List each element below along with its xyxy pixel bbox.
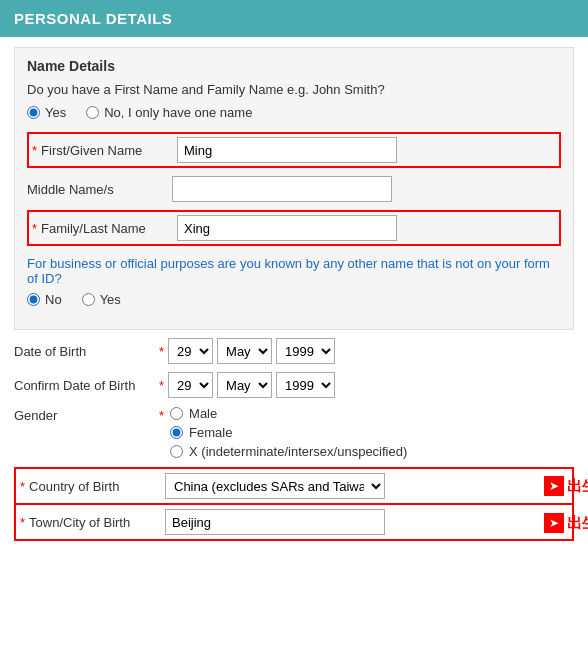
dob-row: Date of Birth * 29 1234 5678 9101112 131…	[14, 338, 574, 364]
no-radio-option[interactable]: No, I only have one name	[86, 105, 252, 120]
confirm-dob-day-select[interactable]: 29 12283031	[168, 372, 213, 398]
gender-female-label: Female	[189, 425, 232, 440]
town-label: *Town/City of Birth	[20, 515, 165, 530]
first-name-outer: *First/Given Name ➤ 名	[27, 132, 561, 168]
confirm-dob-required: *	[159, 378, 164, 393]
gender-x-label: X (indeterminate/intersex/unspecified)	[189, 444, 407, 459]
country-annotation-arrow: ➤ 出生的国家	[544, 476, 588, 496]
other-no-label: No	[45, 292, 62, 307]
country-select[interactable]: China (excludes SARs and Taiwan) Austral…	[165, 473, 385, 499]
gender-male-radio[interactable]	[170, 407, 183, 420]
yes-radio-option[interactable]: Yes	[27, 105, 66, 120]
gender-x-option[interactable]: X (indeterminate/intersex/unspecified)	[170, 444, 407, 459]
gender-female-radio[interactable]	[170, 426, 183, 439]
confirm-dob-label: Confirm Date of Birth	[14, 378, 159, 393]
confirm-dob-month-select[interactable]: JanFebMarApr MayJunJulAug SepOctNovDec	[217, 372, 272, 398]
gender-female-option[interactable]: Female	[170, 425, 407, 440]
family-name-label: *Family/Last Name	[32, 221, 177, 236]
other-yes-radio[interactable]	[82, 293, 95, 306]
gender-male-label: Male	[189, 406, 217, 421]
town-row: *Town/City of Birth	[14, 505, 574, 541]
other-yes-option[interactable]: Yes	[82, 292, 121, 307]
first-name-label: *First/Given Name	[32, 143, 177, 158]
middle-name-input[interactable]	[172, 176, 392, 202]
dob-day-select[interactable]: 29 1234 5678 9101112 13141516 17181920 2…	[168, 338, 213, 364]
header-title: PERSONAL DETAILS	[14, 10, 172, 27]
confirm-dob-year-select[interactable]: 1995199619971998 199920002001	[276, 372, 335, 398]
confirm-dob-row: Confirm Date of Birth * 29 12283031 JanF…	[14, 372, 574, 398]
town-cn-annotation: 出生的城市	[567, 514, 588, 533]
dob-selects: 29 1234 5678 9101112 13141516 17181920 2…	[168, 338, 335, 364]
yes-radio-label: Yes	[45, 105, 66, 120]
dob-month-select[interactable]: JanFebMarApr MayJunJulAug SepOctNovDec	[217, 338, 272, 364]
middle-name-row: Middle Name/s	[27, 176, 561, 202]
gender-options: Male Female X (indeterminate/intersex/un…	[170, 406, 407, 459]
other-yes-label: Yes	[100, 292, 121, 307]
name-type-radio-row: Yes No, I only have one name	[27, 105, 561, 120]
section-title: Name Details	[27, 58, 561, 74]
family-name-input[interactable]	[177, 215, 397, 241]
other-no-radio[interactable]	[27, 293, 40, 306]
name-details-section: Name Details Do you have a First Name an…	[14, 47, 574, 330]
name-question: Do you have a First Name and Family Name…	[27, 82, 561, 97]
gender-row: Gender * Male Female X (indeterminate/in…	[14, 406, 574, 459]
country-cn-annotation: 出生的国家	[567, 477, 588, 496]
dob-label: Date of Birth	[14, 344, 159, 359]
gender-required: *	[159, 406, 164, 423]
country-row: *Country of Birth China (excludes SARs a…	[14, 467, 574, 505]
confirm-dob-selects: 29 12283031 JanFebMarApr MayJunJulAug Se…	[168, 372, 335, 398]
gender-x-radio[interactable]	[170, 445, 183, 458]
gender-male-option[interactable]: Male	[170, 406, 407, 421]
country-label: *Country of Birth	[20, 479, 165, 494]
no-radio[interactable]	[86, 106, 99, 119]
yes-radio[interactable]	[27, 106, 40, 119]
gender-label: Gender	[14, 406, 159, 423]
other-name-radio-row: No Yes	[27, 292, 561, 307]
family-name-required: *	[32, 221, 37, 236]
country-birth-wrapper: *Country of Birth China (excludes SARs a…	[14, 467, 574, 505]
first-name-input[interactable]	[177, 137, 397, 163]
other-name-question: For business or official purposes are yo…	[27, 256, 561, 286]
town-input[interactable]	[165, 509, 385, 535]
dob-year-select[interactable]: 1995199619971998 1999200020012002	[276, 338, 335, 364]
town-annotation-arrow: ➤ 出生的城市	[544, 513, 588, 533]
family-name-outer: *Family/Last Name ➤ 姓	[27, 210, 561, 246]
no-radio-label: No, I only have one name	[104, 105, 252, 120]
other-no-option[interactable]: No	[27, 292, 62, 307]
first-name-required: *	[32, 143, 37, 158]
town-birth-wrapper: *Town/City of Birth ➤ 出生的城市	[14, 505, 574, 541]
dob-required: *	[159, 344, 164, 359]
middle-name-label: Middle Name/s	[27, 182, 172, 197]
page-header: PERSONAL DETAILS	[0, 0, 588, 37]
